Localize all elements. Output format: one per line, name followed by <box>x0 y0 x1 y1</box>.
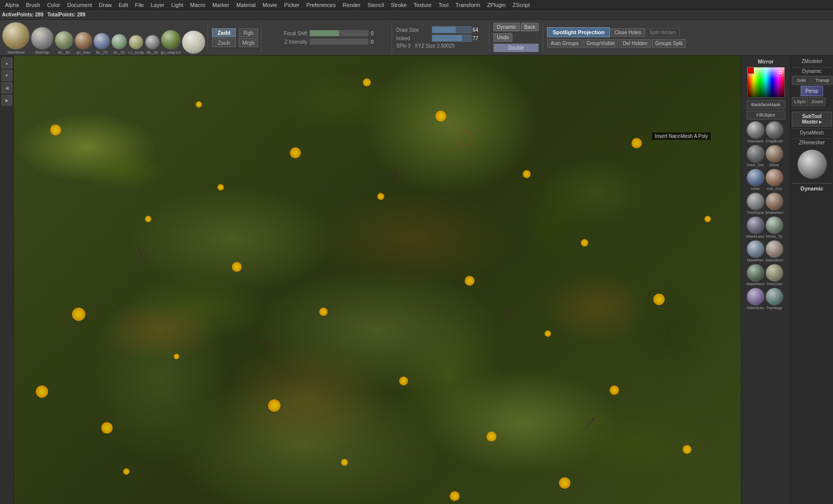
menu-material[interactable]: Material <box>233 1 259 9</box>
left-btn-1[interactable]: ▲ <box>1 58 12 68</box>
brush-maskpen[interactable]: MaskPen <box>747 240 764 262</box>
zadd-button[interactable]: Zadd <box>212 28 236 37</box>
brush-l1sculp[interactable]: L1_sculp <box>128 35 144 55</box>
menu-render[interactable]: Render <box>340 1 363 9</box>
brush-gvlonghi[interactable]: gv_may:Longhi-sc <box>161 30 181 55</box>
flower-15 <box>486 432 496 441</box>
brush-maskrect[interactable]: MaskRect <box>747 264 764 286</box>
brush-trimdyna[interactable]: TrimDyna <box>747 192 764 215</box>
color-picker-area[interactable] <box>747 67 785 99</box>
brush-selectrec[interactable]: SelectRec <box>765 240 783 262</box>
brush-gvmax[interactable]: gv_max <box>74 32 92 55</box>
menu-color[interactable]: Color <box>44 1 63 9</box>
left-btn-3[interactable]: ◀ <box>1 82 12 93</box>
flower-13 <box>435 111 446 122</box>
menu-texture[interactable]: Texture <box>411 1 434 9</box>
brush-move[interactable]: Move <box>765 145 783 167</box>
zoom-button[interactable]: Zoom <box>809 97 826 106</box>
undo-label: Undo <box>493 33 512 42</box>
brush-claybuild[interactable]: ClayBuild <box>765 121 783 143</box>
menu-edit[interactable]: Edit <box>116 1 131 9</box>
brush-extra[interactable] <box>182 30 206 55</box>
menu-movie[interactable]: Movie <box>260 1 280 9</box>
brush-snakehoo[interactable]: SnakeHoo <box>765 192 783 215</box>
mrgb-button[interactable]: Mrgb <box>239 38 258 47</box>
flower-6 <box>232 262 242 272</box>
solo-button[interactable]: Solo <box>792 76 812 85</box>
menu-light[interactable]: Light <box>168 1 186 9</box>
dynamic-label: Dynamic <box>493 23 520 31</box>
left-btn-4[interactable]: ▶ <box>1 95 12 106</box>
groups-split-button[interactable]: Groups Split <box>652 39 686 48</box>
menu-zplugin[interactable]: ZPlugin <box>484 1 508 9</box>
draw-size-slider[interactable] <box>432 26 472 33</box>
rgb-button[interactable]: Rgb <box>239 28 258 37</box>
brush-al32a[interactable]: AL_32 <box>111 34 127 55</box>
brush-matcap[interactable]: MatCap <box>31 27 54 55</box>
menu-transform[interactable]: Transform <box>452 1 483 9</box>
right-brush-panel: Mirror BackfaceMask FillObject Standard <box>741 56 790 504</box>
focal-shift-slider[interactable] <box>309 30 369 37</box>
fill-object-button[interactable]: FillObject <box>747 111 785 120</box>
color-picker-cursor <box>779 71 782 74</box>
z-intensity-row: Z Intensity 0 <box>268 38 386 45</box>
menu-preferences[interactable]: Preferences <box>303 1 339 9</box>
persp-button[interactable]: Persp <box>801 86 823 96</box>
separator-1 <box>208 23 208 53</box>
material-sphere[interactable] <box>797 149 827 179</box>
brush-skinshad[interactable]: SkinShad <box>2 22 30 55</box>
brush-masklasso[interactable]: MaskLass <box>747 216 764 239</box>
imbed-label: Imbed <box>396 36 431 41</box>
backface-mask-button[interactable]: BackfaceMask <box>747 100 785 109</box>
brush-damsta[interactable]: Dam_Sta <box>747 145 764 167</box>
menu-alpha[interactable]: Alpha <box>2 1 22 9</box>
menu-draw[interactable]: Draw <box>96 1 115 9</box>
brush-trimcurv[interactable]: TrimCurv <box>765 264 783 286</box>
subtool-master-button[interactable]: SubToolMaster ▸ <box>792 112 832 126</box>
menu-document[interactable]: Document <box>64 1 95 9</box>
zsub-button[interactable]: Zsub <box>212 38 236 47</box>
transp-button[interactable]: Transp <box>813 76 833 85</box>
brush-standard[interactable]: Standard <box>747 121 764 143</box>
flower-29 <box>217 184 224 190</box>
menu-marker[interactable]: Marker <box>209 1 232 9</box>
brush-al3d[interactable]: AL_3D <box>55 31 73 55</box>
close-holes-button[interactable]: Close Holes <box>611 28 645 37</box>
menu-stencil[interactable]: Stencil <box>364 1 387 9</box>
separator-4 <box>489 23 489 53</box>
menu-stroke[interactable]: Stroke <box>388 1 410 9</box>
z-intensity-slider[interactable] <box>309 38 369 45</box>
zadd-area: Zadd Zsub <box>212 28 236 47</box>
canvas-viewport[interactable]: Insert NanoMesh A Poly <box>14 56 741 504</box>
menu-tool[interactable]: Tool <box>435 1 451 9</box>
brush-inflate[interactable]: Inflat <box>747 169 764 191</box>
draw-size-row: Draw Size 64 <box>396 26 485 33</box>
lsym-button[interactable]: LSym <box>792 97 808 106</box>
left-btn-2[interactable]: ▼ <box>1 70 12 81</box>
brush-orbcra[interactable]: Orb_Cra <box>765 169 783 191</box>
del-hidden-button[interactable]: Del Hidden <box>619 39 650 48</box>
brush-al32b[interactable]: AL_32 <box>145 35 160 55</box>
auto-groups-button[interactable]: Auto Groups <box>547 39 582 48</box>
split-hidden-button[interactable]: Split Hidden <box>646 28 680 37</box>
imbed-slider[interactable] <box>432 35 472 42</box>
menu-zscript[interactable]: ZScript <box>509 1 533 9</box>
brush-moveto[interactable]: Move_To <box>765 216 783 239</box>
spotlight-projection-button[interactable]: Spotlight Projection <box>547 27 610 37</box>
total-points: TotalPoints: 289 <box>47 12 85 17</box>
brush-al2s[interactable]: AL_2S <box>93 33 110 55</box>
brush-selectlas[interactable]: SelectLas <box>747 288 764 310</box>
menu-file[interactable]: File <box>132 1 147 9</box>
menu-picker[interactable]: Picker <box>281 1 302 9</box>
brush-topology[interactable]: Topology <box>765 288 783 310</box>
menu-brush[interactable]: Brush <box>23 1 43 9</box>
focal-shift-label: Focal Shift <box>268 31 307 36</box>
menu-layer[interactable]: Layer <box>148 1 168 9</box>
zremesher-label: ZRemesher <box>792 138 832 146</box>
z-intensity-value: 0 <box>371 39 386 45</box>
double-button[interactable]: Double <box>493 44 539 52</box>
back-button[interactable]: Back <box>521 23 539 31</box>
group-visible-button[interactable]: GroupVisible <box>583 39 618 48</box>
brush-pair-6: MaskPen SelectRec <box>747 240 785 262</box>
menu-macro[interactable]: Macro <box>187 1 208 9</box>
